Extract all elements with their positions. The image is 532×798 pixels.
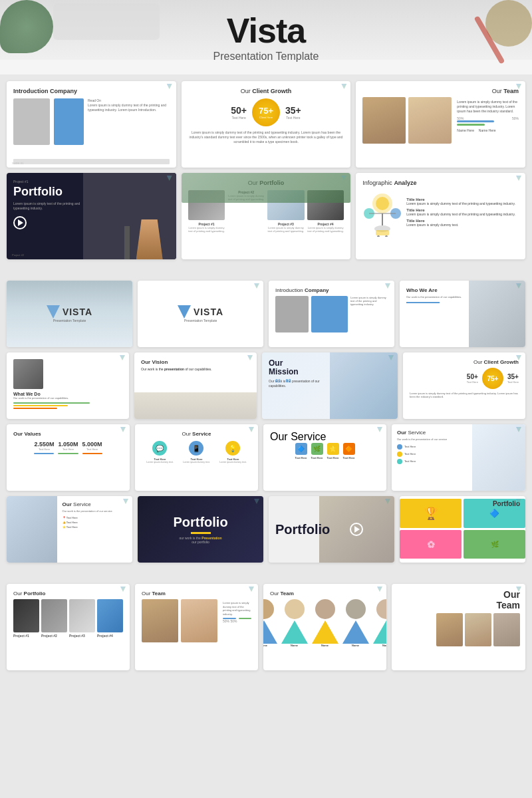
our-portfolio-title-bold: Portfolio (24, 591, 46, 597)
team3-name-3: Name (312, 644, 338, 647)
team-photo-woman (408, 97, 452, 144)
vista-logo-container: VISTA Presentation Template (47, 305, 92, 323)
intro2-content: Lorem ipsum is simply dummy text of the … (275, 296, 388, 332)
circle-number: 75+ (487, 375, 498, 382)
service2-label: Text Here (327, 456, 339, 460)
op-item-3: Project #3 (69, 599, 95, 638)
slide-intro-company-2: Introduction Company Lorem ipsum is simp… (269, 281, 394, 347)
progress-bar-green (457, 124, 485, 126)
corner-mark (516, 355, 523, 362)
portfolio3-play-button[interactable] (350, 523, 363, 536)
cg-metric-35: 35+Text Here (507, 373, 519, 384)
metric-label: Text Here (285, 116, 301, 120)
service3-text: Text Here (404, 452, 416, 456)
team4-mini-photo-2 (465, 613, 491, 646)
corner-mark (377, 427, 384, 434)
service4-item-2: 👍 Text Here (63, 521, 127, 524)
portfolio-title: Portfolio (13, 185, 84, 199)
slide-client-growth-2: Our Client Growth 50+Text Here 75+ 35+Te… (403, 352, 525, 419)
corner-mark (167, 84, 174, 90)
item-desc: Lorem ipsum is simply dummy text of the … (406, 212, 519, 216)
service3-dot-teal (397, 459, 402, 464)
progress-bar-green (13, 402, 90, 404)
team-photo-man (362, 97, 406, 144)
team3-triangle-3 (312, 620, 338, 644)
slide-row-3: VISTA Presentation Template VISTA Presen… (7, 281, 525, 347)
corner-mark (341, 84, 348, 90)
value-label-3: Text Here (82, 448, 102, 451)
team-photos: Lorem ipsum is simply dummy text of the … (362, 97, 519, 144)
vista-v-icon (516, 499, 521, 504)
corner-mark (120, 355, 126, 362)
vista-tagline-white: Presentation Template (178, 319, 223, 323)
intro2-blue-box (311, 296, 348, 332)
slide-inner: Our Service 🔷 Text Here 🌿 Text Here (263, 424, 386, 491)
vision-landscape-image (134, 392, 257, 419)
corner-mark (123, 499, 130, 505)
vista-v-icon (377, 427, 382, 432)
corner-mark (385, 283, 392, 290)
team2-percent-2: 50% (230, 619, 237, 623)
service2-icon-yellow: ⭐ (327, 443, 339, 455)
corner-mark (120, 587, 127, 593)
mission-number: 01 02 (275, 378, 291, 383)
slide-our-team-2: Our Team Lorem ipsum is simply dummy tex… (135, 584, 258, 670)
vista-v-icon (254, 499, 259, 504)
intro2-typewriter (275, 296, 309, 332)
vista-name-white: VISTA (194, 307, 223, 317)
op-item-1: Project #1 (13, 599, 39, 638)
cg-metric-label: Text Here (467, 380, 478, 384)
service3-right-image (472, 424, 525, 491)
slide-vista-forest: VISTA Presentation Template (7, 281, 132, 347)
blue-text-box (54, 98, 84, 145)
corner-mark (254, 283, 261, 290)
project-1-desc: Lorem ipsum is simply dummy text of prin… (188, 226, 225, 233)
service2-icon-green: 🌿 (311, 443, 323, 455)
vista-v-icon (388, 355, 394, 360)
section-separator (7, 265, 525, 275)
op-item-img-4 (97, 599, 123, 632)
slide-portfolio-dark-2: Portfolio our work is the Presentationou… (138, 496, 263, 563)
slide-inner: What We Do Our work is the presentation … (7, 352, 129, 419)
team3-title-bold: Team (281, 591, 294, 597)
portfolio-dark-content: Project #1 Portfolio Lorem ipsum is simp… (7, 173, 91, 236)
play-button[interactable] (13, 216, 27, 229)
slide-who-we-are: Who We Are Our work is the presentation … (400, 281, 525, 347)
bulb-icon: 💡 (225, 441, 240, 456)
portfolio2-highlight: Presentation (201, 536, 221, 540)
portfolio4-cell-green: 🌿 (464, 530, 525, 559)
cg-circle-75: 75+ (482, 368, 503, 389)
infographic-content: Title Here Lorem ipsum is simply dummy t… (362, 190, 519, 237)
play-icon (354, 526, 360, 533)
values-title: Our Values (13, 431, 123, 437)
slide-inner: Introduction Company Read OnLorem ipsum … (7, 81, 176, 168)
service-icon-desc: Lorem ipsum dummy text. (146, 461, 173, 464)
mission-corridor-image (330, 352, 398, 419)
service-icon-chat: 💬 Text Here Lorem ipsum dummy text. (146, 441, 173, 464)
slide-description: Read OnLorem ipsum is simply dummy text … (88, 98, 170, 112)
team3-title: Our Team (270, 591, 380, 597)
op-item-label-3: Project #3 (69, 634, 95, 638)
service4-item-1: 📍 Text Here (63, 516, 127, 519)
slide-inner: Our Team Lorem ipsum is simply dummy tex… (135, 584, 258, 670)
value-bar-3 (82, 453, 102, 454)
slide-title: Our Client Growth (188, 88, 344, 94)
slide-row-1: Introduction Company Read OnLorem ipsum … (7, 81, 525, 168)
infographic-title: Infographic Analyze (362, 180, 519, 186)
corner-mark (254, 499, 261, 505)
service3-text: Text Here (404, 460, 416, 463)
cg-metric-50: 50+Text Here (467, 373, 478, 384)
vista-v-icon (341, 84, 346, 89)
circle-number: 75+ (259, 106, 273, 116)
service4-content: Our Service Our work is the presentation… (57, 496, 132, 563)
vista-tagline: Presentation Template (47, 319, 92, 323)
cg-title: Our Client Growth (410, 359, 519, 365)
header: Vista Presentation Template (0, 0, 532, 74)
metric-label: Text Here (231, 116, 247, 120)
op-item-label-2: Project #2 (41, 634, 67, 638)
what-we-do-bars (13, 402, 122, 409)
team-progress-bars: 50% 50% Name Here Name Here (457, 116, 519, 133)
service2-item-3: ⭐ Text Here (327, 443, 339, 460)
cg-metric-label: Text Here (507, 380, 519, 384)
slide-inner: Our Service 💬 Text Here Lorem ipsum dumm… (135, 424, 258, 491)
